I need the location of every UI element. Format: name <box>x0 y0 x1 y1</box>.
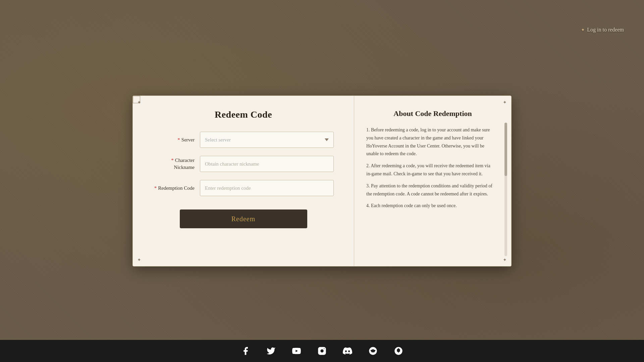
info-item-1: 1. Before redeeming a code, log in to yo… <box>366 126 496 158</box>
footer <box>0 340 644 362</box>
svg-point-4 <box>372 351 372 351</box>
facebook-icon[interactable] <box>239 345 252 357</box>
character-nickname-input[interactable] <box>200 156 334 172</box>
svg-point-8 <box>397 350 400 352</box>
server-select[interactable]: Select server <box>200 132 334 148</box>
svg-point-5 <box>374 351 374 351</box>
right-panel-title: About Code Redemption <box>366 109 499 118</box>
info-content: 1. Before redeeming a code, log in to yo… <box>366 126 499 250</box>
corner-br-decoration: ✦ <box>501 256 508 263</box>
required-star-code: * <box>154 185 157 191</box>
corner-tr-decoration: ✦ <box>501 99 508 106</box>
modal-title: Redeem Code <box>215 109 272 120</box>
character-nickname-label: *Character Nickname <box>153 157 200 171</box>
redemption-code-label: *Redemption Code <box>153 185 200 192</box>
server-label: *Server <box>153 136 200 143</box>
server-row: *Server Select server <box>153 132 334 148</box>
youtube-icon[interactable] <box>290 345 303 357</box>
instagram-icon[interactable] <box>316 345 328 357</box>
scrollbar-track <box>504 123 507 256</box>
login-button[interactable]: ✦ Log in to redeem <box>581 27 624 33</box>
twitter-icon[interactable] <box>265 345 277 357</box>
redeem-button[interactable]: Redeem <box>180 209 307 228</box>
reddit-icon[interactable] <box>367 345 379 357</box>
server-select-placeholder: Select server <box>205 137 231 143</box>
dropdown-arrow-icon <box>325 138 329 141</box>
redemption-code-row: *Redemption Code <box>153 180 334 196</box>
character-nickname-row: *Character Nickname <box>153 156 334 172</box>
hoyolab-icon[interactable] <box>392 345 405 357</box>
info-item-2: 2. After redeeming a code, you will rece… <box>366 162 496 178</box>
corner-bl-decoration: ✦ <box>136 256 143 263</box>
svg-point-6 <box>375 349 376 350</box>
corner-tl-decoration: ✦ <box>136 99 143 106</box>
scrollbar-thumb[interactable] <box>504 123 507 176</box>
star-icon: ✦ <box>581 27 585 33</box>
right-panel: About Code Redemption 1. Before redeemin… <box>354 96 511 266</box>
info-item-3: 3. Pay attention to the redemption condi… <box>366 182 496 198</box>
discord-icon[interactable] <box>341 345 354 357</box>
redemption-code-input[interactable] <box>200 180 334 196</box>
required-star-server: * <box>177 137 180 142</box>
redeem-modal: ✦ ✦ ✦ ✦ Redeem Code *Server Select serve… <box>132 96 512 266</box>
left-panel: Redeem Code *Server Select server *Chara… <box>133 96 354 266</box>
required-star-nickname: * <box>171 158 174 163</box>
info-item-4: 4. Each redemption code can only be used… <box>366 202 496 210</box>
